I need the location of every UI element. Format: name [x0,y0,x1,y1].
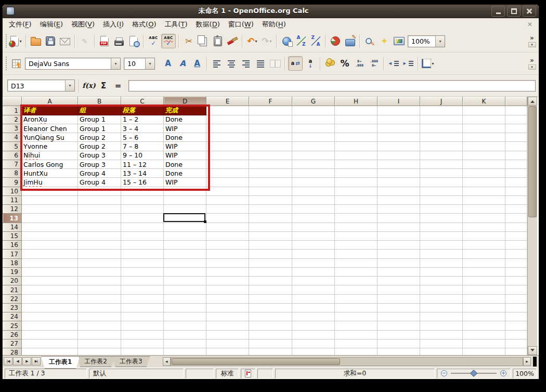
cell-J11[interactable] [420,196,463,205]
cell-K26[interactable] [463,331,505,339]
cell-G3[interactable] [292,124,335,133]
cell-G13[interactable] [292,214,335,223]
status-selection-mode[interactable]: 标准 [216,369,239,378]
chevron-down-icon[interactable]: ▾ [435,36,445,47]
cell-C27[interactable] [121,339,164,348]
cell-G11[interactable] [292,196,335,205]
cell-B25[interactable] [78,321,121,330]
row-header-27[interactable]: 27 [3,339,22,348]
status-page-style[interactable]: 默认 [89,369,184,378]
cell-I28[interactable] [378,348,420,355]
text-direction-vertical-button[interactable] [304,57,317,70]
cell-K24[interactable] [463,312,505,321]
cell-I25[interactable] [378,321,420,330]
cell-F20[interactable] [249,277,292,285]
scroll-down-button[interactable] [528,346,537,355]
cell-B12[interactable] [78,205,121,214]
cell-D8[interactable]: Done [164,169,206,178]
cell-D25[interactable] [164,321,206,330]
cell-X18[interactable] [505,259,527,268]
cell-E9[interactable] [206,178,249,187]
cell-X6[interactable] [505,151,527,160]
cell-B5[interactable]: Group 2 [78,142,121,151]
cell-K15[interactable] [463,232,505,241]
cell-H10[interactable] [335,187,378,196]
cell-E19[interactable] [206,268,249,277]
row-header-2[interactable]: 2 [3,115,22,124]
column-header-A[interactable]: A [22,97,78,106]
cell-F14[interactable] [249,223,292,232]
cell-G21[interactable] [292,285,335,294]
cell-A3[interactable]: Eleanor Chen [22,124,78,133]
cell-X28[interactable] [505,348,527,355]
cell-B1[interactable]: 组 [78,106,121,115]
row-header-3[interactable]: 3 [3,124,22,133]
cell-F28[interactable] [249,348,292,355]
cell-F25[interactable] [249,321,292,330]
cell-I18[interactable] [378,259,420,268]
hscroll-right-button[interactable]: ▸ [523,357,531,366]
cell-J26[interactable] [420,331,463,339]
cell-G8[interactable] [292,169,335,178]
cell-K8[interactable] [463,169,505,178]
cell-C18[interactable] [121,259,164,268]
cell-C19[interactable] [121,268,164,277]
cell-B23[interactable] [78,304,121,312]
cell-J8[interactable] [420,169,463,178]
cell-I6[interactable] [378,151,420,160]
cell-G12[interactable] [292,205,335,214]
cell-E8[interactable] [206,169,249,178]
cell-I12[interactable] [378,205,420,214]
cell-H8[interactable] [335,169,378,178]
column-header-C[interactable]: C [121,97,164,106]
cell-G20[interactable] [292,277,335,285]
cell-J27[interactable] [420,339,463,348]
cell-E18[interactable] [206,259,249,268]
vertical-scrollbar-thumb[interactable] [528,106,537,217]
cell-F2[interactable] [249,115,292,124]
gallery-button[interactable] [392,34,406,48]
zoom-in-button[interactable]: + [500,370,506,376]
cell-H28[interactable] [335,348,378,355]
align-left-button[interactable] [210,57,224,70]
cell-I22[interactable] [378,295,420,304]
copy-button[interactable] [197,34,210,48]
save-button[interactable] [44,34,57,48]
column-header-I[interactable]: I [378,97,420,106]
align-justify-button[interactable] [254,57,267,70]
row-header-15[interactable]: 15 [3,232,22,241]
cell-A28[interactable] [22,348,78,355]
menu-file[interactable]: 文件(F) [5,19,36,30]
cell-E7[interactable] [206,160,249,169]
menu-data[interactable]: 数据(D) [192,19,224,30]
cell-E4[interactable] [206,133,249,142]
cell-B10[interactable] [78,187,121,196]
dropdown-caret-icon[interactable]: ▾ [270,39,272,44]
cell-A2[interactable]: Aron Xu [22,115,78,124]
cell-F23[interactable] [249,304,292,312]
cell-H1[interactable] [335,106,378,115]
cell-A16[interactable] [22,241,78,250]
select-all-corner[interactable] [3,97,22,106]
cell-X16[interactable] [505,241,527,250]
cell-D11[interactable] [164,196,206,205]
cell-I4[interactable] [378,133,420,142]
cell-F16[interactable] [249,241,292,250]
cell-K28[interactable] [463,348,505,355]
row-header-12[interactable]: 12 [3,205,22,214]
zoom-combo[interactable]: 100%▾ [408,35,445,47]
navigator-button[interactable]: ✦ [378,34,391,48]
next-sheet-button[interactable]: ▶ [22,357,31,365]
cell-E10[interactable] [206,187,249,196]
cell-G7[interactable] [292,160,335,169]
row-header-6[interactable]: 6 [3,151,22,160]
cell-G4[interactable] [292,133,335,142]
row-header-14[interactable]: 14 [3,223,22,232]
cell-E21[interactable] [206,285,249,294]
cell-C4[interactable]: 5 – 6 [121,133,164,142]
cell-D24[interactable] [164,312,206,321]
cell-G26[interactable] [292,331,335,339]
cell-J13[interactable] [420,214,463,223]
cell-A19[interactable] [22,268,78,277]
cell-D14[interactable] [164,223,206,232]
